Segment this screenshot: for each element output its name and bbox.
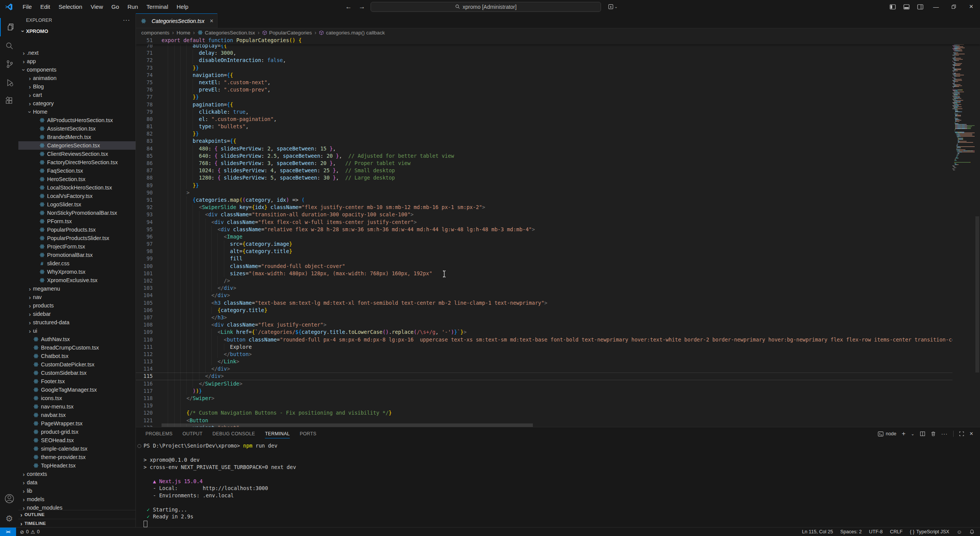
- tree-item-googletagmanager-tsx[interactable]: GoogleTagManager.tsx: [18, 386, 136, 394]
- project-root-folder[interactable]: › XPROMO: [18, 27, 136, 35]
- menu-item-file[interactable]: File: [18, 2, 36, 12]
- code-line[interactable]: 78pagination={{: [136, 101, 952, 108]
- code-line[interactable]: 73}}: [136, 64, 952, 72]
- tree-item-components[interactable]: ›components: [18, 65, 136, 74]
- new-terminal-icon[interactable]: +: [902, 430, 906, 438]
- tree-item-nav-menu-tsx[interactable]: nav-menu.tsx: [18, 402, 136, 411]
- code-line[interactable]: 70autoplay={{: [136, 44, 952, 49]
- tree-item-whyxpromo-tsx[interactable]: WhyXpromo.tsx: [18, 268, 136, 276]
- code-line[interactable]: 99fill: [136, 255, 952, 262]
- code-line[interactable]: 113</Link>: [136, 358, 952, 365]
- tree-item-customsidebar-tsx[interactable]: CustomSidebar.tsx: [18, 369, 136, 377]
- tree-item-assistentsection-tsx[interactable]: AssistentSection.tsx: [18, 124, 136, 133]
- close-button[interactable]: ×: [962, 0, 980, 13]
- tree-item-popularproductsslider-tsx[interactable]: PopularProductsSlider.tsx: [18, 234, 136, 242]
- tree-item-simple-calendar-tsx[interactable]: simple-calendar.tsx: [18, 444, 136, 453]
- tab-categoriessection[interactable]: CategoriesSection.tsx ×: [136, 13, 217, 28]
- tree-item-ui[interactable]: ›ui: [18, 327, 136, 335]
- panel-tab-ports[interactable]: PORTS: [300, 427, 317, 440]
- tree-item-localstockherosection-tsx[interactable]: LocalStockHeroSection.tsx: [18, 183, 136, 192]
- activity-extensions-icon[interactable]: [0, 92, 18, 110]
- code-line[interactable]: 86768: { slidesPerView: 3, spaceBetween:…: [136, 160, 952, 167]
- status-eol[interactable]: CRLF: [890, 529, 903, 534]
- split-terminal-icon[interactable]: [920, 431, 925, 436]
- status-indentation[interactable]: Spaces: 2: [840, 529, 862, 534]
- code-line[interactable]: 117))}: [136, 387, 952, 395]
- explorer-more-actions-icon[interactable]: ···: [123, 17, 130, 24]
- tree-item-clientreviewssection-tsx[interactable]: ClientReviewsSection.tsx: [18, 150, 136, 158]
- tree-item-sidebar[interactable]: ›sidebar: [18, 310, 136, 318]
- tree-item-popularproducts-tsx[interactable]: PopularProducts.tsx: [18, 226, 136, 234]
- command-decoration-icon[interactable]: [137, 444, 141, 448]
- close-panel-icon[interactable]: ×: [970, 430, 973, 437]
- tab-close-icon[interactable]: ×: [210, 18, 213, 25]
- code-line[interactable]: 90>: [136, 189, 952, 196]
- tree-item-localvsfactory-tsx[interactable]: LocalVsFactory.tsx: [18, 192, 136, 200]
- code-line[interactable]: 91{categories.map((category, idx) => (: [136, 196, 952, 204]
- tree-item-logoslider-tsx[interactable]: LogoSlider.tsx: [18, 200, 136, 209]
- tree-item-topheader-tsx[interactable]: TopHeader.tsx: [18, 461, 136, 470]
- tree-item-animation[interactable]: ›animation: [18, 74, 136, 82]
- tree-item-home[interactable]: ›Home: [18, 108, 136, 116]
- tree-item-theme-provider-tsx[interactable]: theme-provider.tsx: [18, 453, 136, 461]
- tree-item-models[interactable]: ›models: [18, 495, 136, 503]
- minimize-button[interactable]: —: [927, 0, 945, 13]
- tree-item-product-grid-tsx[interactable]: product-grid.tsx: [18, 428, 136, 436]
- code-line[interactable]: 101sizes="(max-width: 480px) 128px, (max…: [136, 270, 952, 277]
- tree-item-pagewrapper-tsx[interactable]: PageWrapper.tsx: [18, 419, 136, 428]
- tree-item-lib[interactable]: ›lib: [18, 487, 136, 495]
- panel-tab-output[interactable]: OUTPUT: [183, 427, 203, 440]
- code-line[interactable]: 105<h3 className="text-base sm:text-lg m…: [136, 299, 952, 307]
- code-line[interactable]: 95<div className="relative flex w-28 h-2…: [136, 226, 952, 233]
- tree-item-brandedmerch-tsx[interactable]: BrandedMerch.tsx: [18, 133, 136, 141]
- code-line[interactable]: 76prevEl: ".custom-prev",: [136, 86, 952, 93]
- code-line[interactable]: 98alt={category.title}: [136, 248, 952, 255]
- code-line[interactable]: 80el: ".custom-pagination",: [136, 116, 952, 123]
- tree-item-authnav-tsx[interactable]: AuthNav.tsx: [18, 335, 136, 343]
- status-notifications[interactable]: [969, 529, 975, 534]
- menu-item-selection[interactable]: Selection: [54, 2, 87, 12]
- code-line[interactable]: 118</Swiper>: [136, 395, 952, 402]
- panel-tab-terminal[interactable]: TERMINAL: [265, 427, 290, 440]
- code-line[interactable]: 84480: { slidesPerView: 2, spaceBetween:…: [136, 145, 952, 152]
- code-line[interactable]: 115</div>: [136, 373, 952, 380]
- code-line[interactable]: 71delay: 3000,: [136, 49, 952, 57]
- code-editor[interactable]: 51export default function PopularCategor…: [136, 37, 980, 427]
- code-line[interactable]: 881280: { slidesPerView: 5, spaceBetween…: [136, 174, 952, 181]
- tree-item-nonstickypromotionalbar-tsx[interactable]: NonStickyPromotionalBar.tsx: [18, 209, 136, 217]
- sticky-scroll-line[interactable]: 51export default function PopularCategor…: [136, 37, 980, 44]
- section-timeline[interactable]: ›TIMELINE: [18, 519, 136, 528]
- code-line[interactable]: 81type: "bullets",: [136, 123, 952, 130]
- menu-item-go[interactable]: Go: [107, 2, 123, 12]
- breadcrumb-item[interactable]: Home: [176, 30, 190, 36]
- terminal-shell-item[interactable]: node: [878, 431, 897, 437]
- code-line[interactable]: 119: [136, 402, 952, 409]
- code-line[interactable]: 74navigation={{: [136, 72, 952, 79]
- problems-status[interactable]: ⊘ 0 ⚠ 0: [20, 529, 40, 535]
- tree-item-breadcrumpcustom-tsx[interactable]: BreadCrumpCustom.tsx: [18, 343, 136, 352]
- tree-item-structured-data[interactable]: ›structured-data: [18, 318, 136, 327]
- activity-search-icon[interactable]: [0, 36, 18, 55]
- tree-item-promotionalbar-tsx[interactable]: PromotionalBar.tsx: [18, 251, 136, 259]
- breadcrumb-item[interactable]: PopularCategories: [262, 30, 312, 36]
- code-line[interactable]: 112</button>: [136, 351, 952, 358]
- menu-item-terminal[interactable]: Terminal: [142, 2, 173, 12]
- settings-gear-icon[interactable]: ⚙: [0, 510, 18, 528]
- history-back-icon[interactable]: ←: [344, 3, 353, 11]
- panel-more-actions-icon[interactable]: ···: [941, 431, 948, 437]
- tree-item-app[interactable]: ›app: [18, 57, 136, 65]
- tree-item-navbar-tsx[interactable]: navbar.tsx: [18, 411, 136, 419]
- remote-indicator[interactable]: ><: [0, 528, 16, 536]
- breadcrumb-item[interactable]: components: [141, 30, 170, 36]
- status-encoding[interactable]: UTF-8: [869, 529, 883, 534]
- toggle-secondary-sidebar-icon[interactable]: [917, 4, 923, 10]
- code-line[interactable]: 75nextEl: ".custom-next",: [136, 79, 952, 86]
- code-content[interactable]: 70autoplay={{71delay: 3000,72disableOnIn…: [136, 44, 980, 427]
- code-line[interactable]: 97src={category.image}: [136, 240, 952, 248]
- tree-item-allproductsherosection-tsx[interactable]: AllProductsHeroSection.tsx: [18, 116, 136, 124]
- tree-item-contexts[interactable]: ›contexts: [18, 470, 136, 478]
- sticky-code-line[interactable]: 51export default function PopularCategor…: [136, 37, 952, 44]
- tree-item-pform-tsx[interactable]: PForm.tsx: [18, 217, 136, 226]
- terminal-output[interactable]: PS D:\Project\SeniorDev\xpromo> npm run …: [136, 440, 980, 528]
- panel-tab-problems[interactable]: PROBLEMS: [145, 427, 173, 440]
